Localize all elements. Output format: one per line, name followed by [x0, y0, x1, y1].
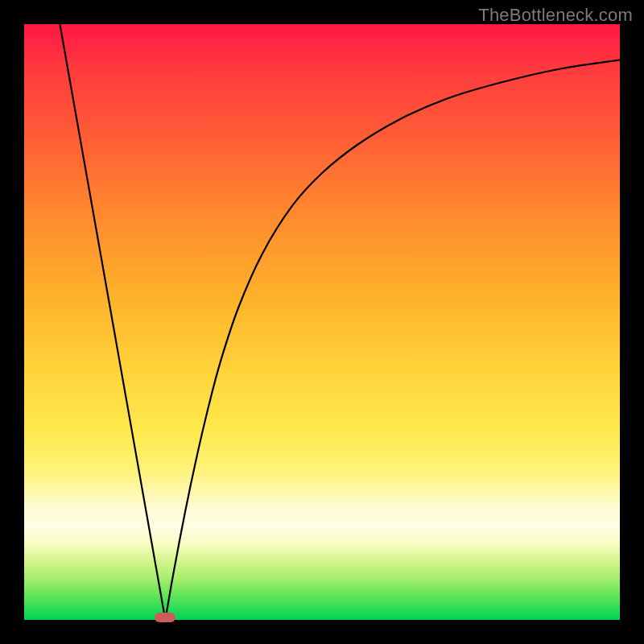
minimum-marker: [155, 613, 175, 622]
curve-svg: [24, 24, 620, 620]
chart-frame: TheBottleneck.com: [0, 0, 644, 644]
watermark-label: TheBottleneck.com: [478, 5, 633, 26]
plot-area: [24, 24, 620, 620]
bottleneck-curve: [60, 24, 620, 620]
